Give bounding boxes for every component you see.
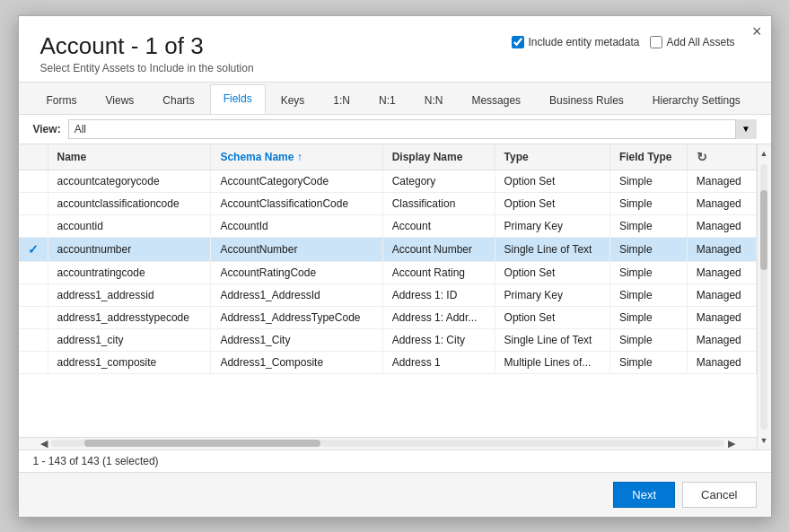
view-bar: View: All ▼ [19,115,771,144]
table-row[interactable]: accountclassificationcodeAccountClassifi… [19,192,757,214]
cell-type: Primary Key [495,283,609,306]
cell-check[interactable] [19,328,48,351]
hscroll-track[interactable] [51,440,724,447]
vscroll-track[interactable] [760,164,767,430]
cancel-button[interactable]: Cancel [682,482,756,508]
next-button[interactable]: Next [613,482,675,508]
table-row[interactable]: ✓accountnumberAccountNumberAccount Numbe… [19,237,757,261]
row-checkmark: ✓ [28,242,39,257]
cell-check[interactable] [19,306,48,328]
include-metadata-text: Include entity metadata [528,36,639,48]
cell-schema_name: AccountClassificationCode [211,192,382,214]
cell-state: Managed [687,306,756,328]
add-all-assets-checkbox[interactable] [650,36,662,48]
scroll-down-icon[interactable]: ▼ [757,432,771,449]
cell-check[interactable] [19,351,48,373]
main-dialog: × Account - 1 of 3 Select Entity Assets … [18,15,772,518]
tab-fields[interactable]: Fields [210,84,266,114]
col-header-type[interactable]: Type [495,144,609,170]
table-row[interactable]: accountcategorycodeAccountCategoryCodeCa… [19,170,757,192]
tab-keys[interactable]: Keys [267,86,319,114]
cell-display_name: Account Number [382,237,495,261]
col-header-check[interactable] [19,144,48,170]
cell-check[interactable] [19,214,48,237]
cell-state: Managed [687,261,756,283]
col-header-name[interactable]: Name [48,144,211,170]
cell-field_type: Simple [609,351,687,373]
tab-views[interactable]: Views [92,86,148,114]
cell-name: address1_composite [48,351,211,373]
cell-check[interactable] [19,261,48,283]
cell-display_name: Category [382,170,495,192]
tab-forms[interactable]: Forms [33,86,91,114]
table-row[interactable]: accountidAccountIdAccountPrimary KeySimp… [19,214,757,237]
scroll-left-icon[interactable]: ◀ [37,438,51,449]
cell-schema_name: AccountId [211,214,382,237]
include-metadata-label[interactable]: Include entity metadata [512,36,639,48]
cell-display_name: Classification [382,192,495,214]
col-header-display_name[interactable]: Display Name [382,144,495,170]
cell-field_type: Simple [609,261,687,283]
header-right: Include entity metadata Add All Assets [512,36,734,48]
cell-name: accountid [48,214,211,237]
table-container: NameSchema Name ↑Display NameTypeField T… [19,144,757,449]
cell-schema_name: AccountCategoryCode [211,170,382,192]
table-wrapper[interactable]: NameSchema Name ↑Display NameTypeField T… [19,144,757,437]
cell-schema_name: Address1_AddressId [211,283,382,306]
cell-schema_name: Address1_Composite [211,351,382,373]
horizontal-scrollbar[interactable]: ◀ ▶ [19,437,757,449]
hscroll-thumb [84,440,320,447]
add-all-assets-label[interactable]: Add All Assets [650,36,734,48]
table-row[interactable]: address1_compositeAddress1_CompositeAddr… [19,351,757,373]
cell-field_type: Simple [609,328,687,351]
cell-check[interactable]: ✓ [19,237,48,261]
cell-check[interactable] [19,170,48,192]
cell-type: Option Set [495,192,609,214]
cell-type: Single Line of Text [495,237,609,261]
tab-n-n[interactable]: N:N [411,86,457,114]
cell-state: Managed [687,192,756,214]
cell-schema_name: Address1_AddressTypeCode [211,306,382,328]
dialog-footer: Next Cancel [19,472,771,517]
tab-n-1[interactable]: N:1 [365,86,409,114]
scroll-up-icon[interactable]: ▲ [757,144,771,162]
cell-display_name: Address 1: Addr... [382,306,495,328]
cell-state: Managed [687,170,756,192]
vertical-scrollbar[interactable]: ▲ ▼ [757,144,771,449]
cell-schema_name: AccountRatingCode [211,261,382,283]
scroll-right-icon[interactable]: ▶ [724,438,739,449]
table-row[interactable]: accountratingcodeAccountRatingCodeAccoun… [19,261,757,283]
tab-1-n[interactable]: 1:N [320,86,364,114]
status-bar: 1 - 143 of 143 (1 selected) [19,449,771,472]
col-header-state[interactable]: ↻ [687,144,756,170]
cell-display_name: Address 1: City [382,328,495,351]
tab-business-rules[interactable]: Business Rules [536,86,637,114]
table-row[interactable]: address1_addressidAddress1_AddressIdAddr… [19,283,757,306]
cell-field_type: Simple [609,237,687,261]
table-row[interactable]: address1_cityAddress1_CityAddress 1: Cit… [19,328,757,351]
cell-check[interactable] [19,283,48,306]
include-metadata-checkbox[interactable] [512,36,524,48]
cell-field_type: Simple [609,214,687,237]
tab-messages[interactable]: Messages [458,86,534,114]
cell-name: accountcategorycode [48,170,211,192]
cell-field_type: Simple [609,306,687,328]
cell-state: Managed [687,214,756,237]
vscroll-thumb [760,190,767,270]
cell-state: Managed [687,328,756,351]
col-header-schema_name[interactable]: Schema Name ↑ [211,144,382,170]
table-row[interactable]: address1_addresstypecodeAddress1_Address… [19,306,757,328]
close-button[interactable]: × [752,23,762,39]
tab-charts[interactable]: Charts [149,86,207,114]
cell-state: Managed [687,283,756,306]
cell-state: Managed [687,351,756,373]
cell-type: Option Set [495,170,609,192]
refresh-icon[interactable]: ↻ [697,150,707,164]
fields-table: NameSchema Name ↑Display NameTypeField T… [19,144,757,374]
view-select[interactable]: All [68,119,757,139]
cell-type: Multiple Lines of... [495,351,609,373]
col-header-field_type[interactable]: Field Type [609,144,687,170]
cell-check[interactable] [19,192,48,214]
tab-hierarchy-settings[interactable]: Hierarchy Settings [639,86,754,114]
dialog-header: Account - 1 of 3 Select Entity Assets to… [19,16,771,83]
